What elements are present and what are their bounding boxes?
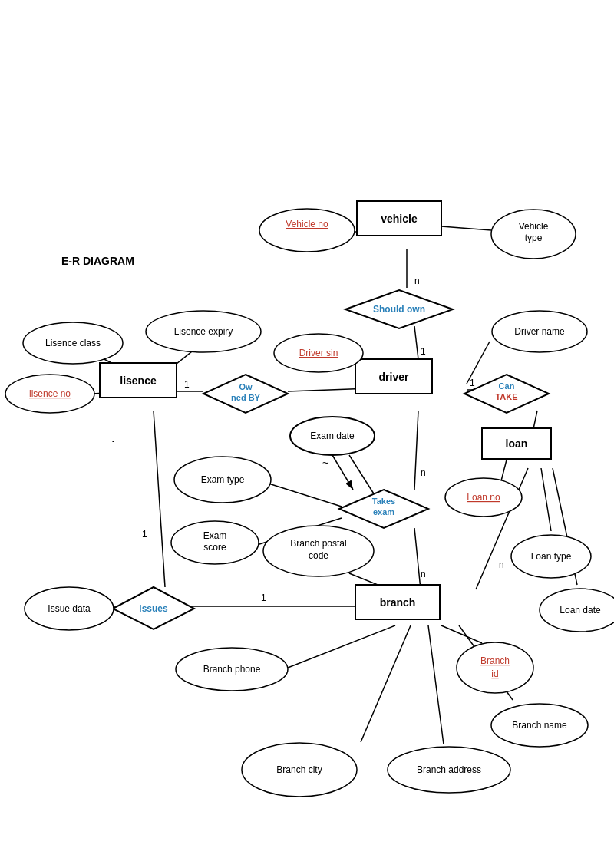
svg-line-28: [441, 625, 482, 643]
cardinality-1-issues: 1: [142, 529, 147, 540]
attr-branch-id-label2: id: [491, 668, 498, 679]
entity-branch-label: branch: [380, 596, 416, 609]
attr-branch-phone-label: Branch phone: [203, 664, 261, 675]
attr-exam-score-label: Exam: [203, 530, 227, 541]
svg-line-20: [349, 455, 376, 497]
cardinality-1-branch: 1: [261, 592, 266, 603]
cardinality-1-lisence: 1: [184, 379, 190, 390]
attr-branch-postal-label: Branch postal: [290, 538, 346, 549]
svg-line-2: [441, 226, 491, 230]
attr-vehicle-type-label2: type: [525, 233, 543, 243]
attr-lisence-class-label: Lisence class: [45, 338, 101, 348]
attr-lisence-no-label: lisence no: [29, 388, 71, 399]
attr-vehicle-no: [259, 209, 355, 252]
rel-should-own-label: Should own: [373, 304, 425, 315]
attr-loan-type-label: Loan type: [531, 551, 572, 562]
svg-line-30: [361, 625, 411, 742]
dot-marker: ·: [111, 434, 114, 447]
attr-driver-name-label: Driver name: [514, 326, 565, 337]
cardinality-1-driver-own: 1: [421, 346, 426, 357]
svg-line-23: [541, 468, 551, 531]
rel-can-take-label: Can: [499, 381, 515, 391]
rel-takes-exam-label: Takes: [372, 497, 395, 506]
svg-line-16: [414, 411, 418, 490]
svg-line-13: [154, 411, 165, 587]
attr-branch-city-label: Branch city: [276, 764, 322, 775]
entity-lisence-label: lisence: [120, 375, 157, 387]
svg-line-32: [332, 455, 353, 490]
rel-owned-by-label2: ned BY: [231, 393, 261, 402]
rel-takes-exam-label2: exam: [373, 507, 394, 517]
entity-loan-label: loan: [506, 437, 528, 450]
cardinality-n-branch-exam: n: [421, 569, 426, 579]
attr-exam-score-label2: score: [203, 542, 226, 553]
attr-vehicle-no-label: Vehicle no: [286, 219, 328, 229]
svg-line-31: [428, 625, 444, 744]
svg-line-18: [269, 484, 342, 507]
cardinality-1-cantake: 1: [470, 378, 475, 388]
attr-exam-date-label: Exam date: [310, 431, 355, 441]
attr-branch-postal-label2: code: [309, 550, 328, 561]
attr-driver-sin-label: Driver sin: [299, 348, 338, 358]
rel-issues-label: issues: [139, 603, 168, 614]
attr-branch-id-label: Branch: [480, 655, 510, 666]
entity-vehicle-label: vehicle: [381, 213, 418, 225]
tilde1: ~: [322, 457, 328, 469]
svg-line-17: [414, 528, 421, 589]
attr-branch-id: [457, 642, 533, 693]
svg-line-27: [284, 625, 395, 669]
svg-line-4: [414, 326, 418, 359]
attr-lisence-expiry-label: Lisence expiry: [174, 326, 233, 337]
diagram-title: E-R DIAGRAM: [61, 255, 134, 267]
rel-owned-by-label: Ow: [239, 382, 253, 391]
attr-vehicle-type-label: Vehicle: [519, 221, 549, 232]
rel-can-take-label2: TAKE: [495, 392, 517, 401]
attr-loan-date-label: Loan date: [560, 605, 601, 616]
cardinality-n-driver-exam: n: [421, 467, 426, 478]
entity-driver-label: driver: [379, 371, 409, 383]
attr-branch-name-label: Branch name: [512, 720, 567, 731]
attr-loan-no-label: Loan no: [467, 492, 500, 503]
attr-issue-data-label: Issue data: [48, 603, 91, 614]
attr-branch-address-label: Branch address: [417, 764, 481, 775]
cardinality-n-loan-branch: n: [499, 559, 504, 570]
attr-exam-type-label: Exam type: [201, 474, 245, 485]
cardinality-n-vehicle: n: [414, 276, 420, 286]
